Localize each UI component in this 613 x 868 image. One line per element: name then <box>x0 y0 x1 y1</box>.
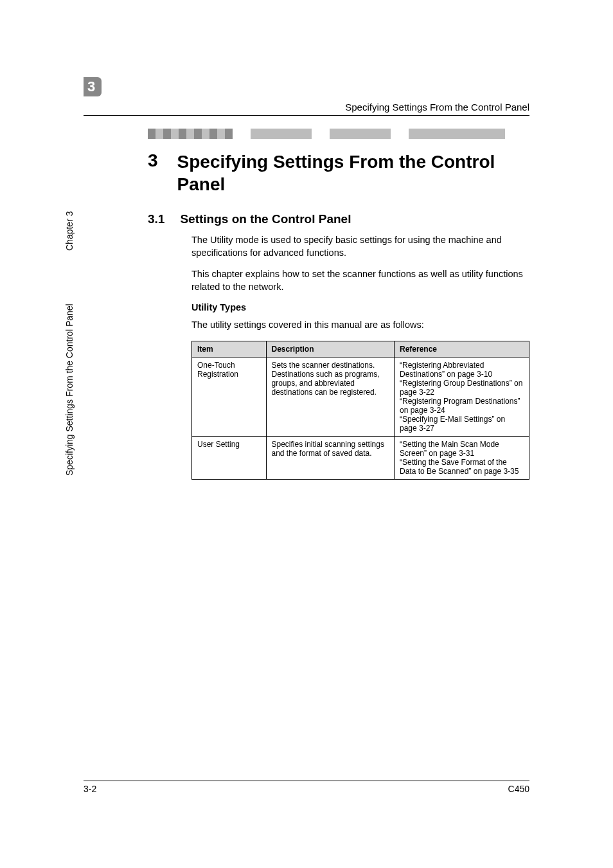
page-number: 3-2 <box>84 784 96 794</box>
col-header-reference: Reference <box>395 341 529 357</box>
cell-ref: “Setting the Main Scan Mode Screen” on p… <box>395 436 529 479</box>
paragraph: The Utility mode is used to specify basi… <box>191 234 529 259</box>
model-number: C450 <box>508 784 529 794</box>
section-title: Settings on the Control Panel <box>180 212 351 226</box>
paragraph: This chapter explains how to set the sca… <box>191 268 529 293</box>
chapter-badge: 3 <box>84 77 102 96</box>
col-header-description: Description <box>266 341 395 357</box>
chapter-title: Specifying Settings From the Control Pan… <box>177 150 529 195</box>
cell-ref: “Registering Abbreviated Destinations” o… <box>395 357 529 436</box>
section-number: 3.1 <box>148 212 164 226</box>
chapter-number: 3 <box>148 150 158 171</box>
running-header-title: Specifying Settings From the Control Pan… <box>84 102 529 116</box>
sidebar-section-label: Specifying Settings From the Control Pan… <box>64 303 75 476</box>
col-header-item: Item <box>192 341 267 357</box>
cell-desc: Specifies initial scanning settings and … <box>266 436 395 479</box>
sidebar-chapter-label: Chapter 3 <box>64 212 75 251</box>
table-row: User Setting Specifies initial scanning … <box>192 436 529 479</box>
cell-item: User Setting <box>192 436 267 479</box>
cell-desc: Sets the scanner destinations. Destinati… <box>266 357 395 436</box>
subheading-utility-types: Utility Types <box>191 302 529 312</box>
decorative-stripes <box>148 129 529 139</box>
cell-item: One-Touch Registration <box>192 357 267 436</box>
table-row: One-Touch Registration Sets the scanner … <box>192 357 529 436</box>
table-header-row: Item Description Reference <box>192 341 529 357</box>
paragraph: The utility settings covered in this man… <box>191 319 529 332</box>
utility-types-table: Item Description Reference One-Touch Reg… <box>191 341 529 480</box>
